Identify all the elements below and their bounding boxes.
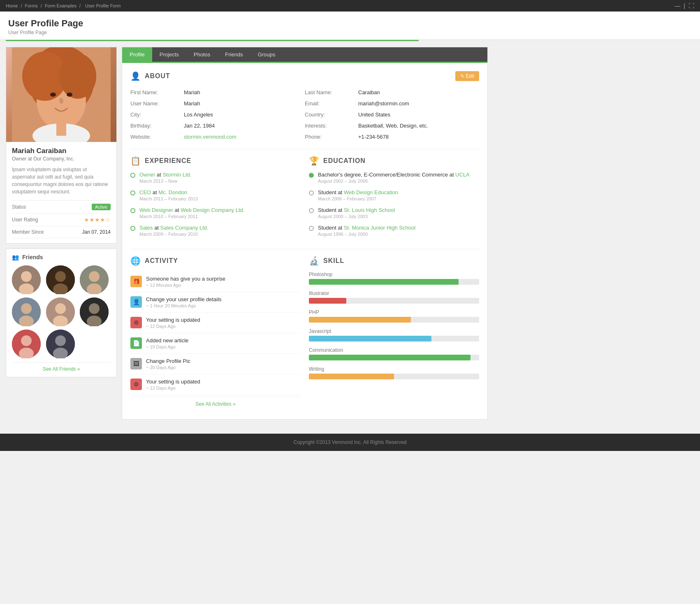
sidebar: Mariah Caraiban Owner at Our Company, In… [6, 47, 117, 420]
expand-icon[interactable]: ⛶ [688, 2, 694, 9]
education-section: 🏆 EDUCATION Bachelor's degree, E-Commerc… [309, 156, 479, 242]
friend-avatar-6[interactable] [80, 297, 109, 326]
exp-dot-3 [130, 208, 135, 213]
activity-item-4: 📄 Added new article ~ 19 Days Ago [130, 333, 301, 354]
activity-title: ACTIVITY [145, 257, 178, 265]
skill-illustrator: Illustrator [309, 290, 479, 304]
svg-point-6 [67, 93, 72, 97]
profile-info: Mariah Caraiban Owner at Our Company, In… [6, 142, 116, 243]
about-interests: Interests: Basketball, Web, Design, etc. [305, 120, 479, 131]
profile-image [6, 47, 116, 142]
see-all-activities[interactable]: See All Activities » [130, 397, 301, 411]
breadcrumb: Home / Forms / Form Examples / User Prof… [6, 3, 122, 8]
edu-title-4: Student at St. Monica Junior High School [318, 225, 415, 231]
about-email: Email: mariah@stormin.com [305, 98, 479, 109]
activity-icon-3: ⚙ [130, 317, 142, 328]
experience-header: 📋 EXPERIENCE [130, 156, 301, 166]
friend-avatar-5[interactable] [46, 297, 75, 326]
svg-point-23 [55, 303, 66, 314]
skill-php-bar-bg [309, 317, 479, 323]
breadcrumb-forms[interactable]: Forms [25, 3, 38, 8]
see-all-friends[interactable]: See All Friends » [12, 362, 111, 372]
tab-projects[interactable]: Projects [152, 47, 186, 62]
activity-text-1: Someone has give you a surprise [146, 276, 225, 282]
tab-friends[interactable]: Friends [218, 47, 250, 62]
skill-javascript-bar-bg [309, 336, 479, 341]
skill-photoshop: Photoshop [309, 272, 479, 285]
about-city: City: Los Angeles [130, 109, 305, 120]
friend-avatar-1[interactable] [12, 265, 41, 294]
activity-skills-section: 🌐 ACTIVITY 🎁 Someone has give you a surp… [130, 256, 479, 411]
skill-illustrator-bar-fill [309, 298, 346, 304]
experience-title: EXPERIENCE [145, 157, 191, 165]
activity-icon-6: ⚙ [130, 379, 142, 390]
svg-rect-9 [56, 123, 66, 136]
exp-date-2: March 2011 – February 2013 [139, 196, 198, 201]
tab-groups[interactable]: Groups [250, 47, 283, 62]
top-nav: Home / Forms / Form Examples / User Prof… [0, 0, 700, 12]
breadcrumb-home[interactable]: Home [6, 3, 18, 8]
skill-illustrator-bar-bg [309, 298, 479, 304]
svg-point-7 [59, 98, 63, 104]
education-icon: 🏆 [309, 156, 319, 166]
skill-photoshop-bar-bg [309, 279, 479, 285]
education-header: 🏆 EDUCATION [309, 156, 479, 166]
edu-title-1: Bachelor's degree, E-Commerce/Electronic… [318, 172, 470, 178]
interests-value: Basketball, Web, Design, etc. [358, 123, 479, 129]
country-value: United States [358, 112, 479, 118]
email-label: Email: [305, 100, 358, 107]
breadcrumb-form-examples[interactable]: Form Examples [45, 3, 76, 8]
about-grid: First Name: Mariah User Name: Mariah Cit… [130, 87, 479, 142]
edu-date-4: August 1996 – July 2000 [318, 232, 415, 237]
about-left: First Name: Mariah User Name: Mariah Cit… [130, 87, 305, 142]
content-body: 👤 ABOUT ✎ Edit First Name: Mariah User N… [122, 63, 487, 419]
friends-header: 👥 Friends [12, 254, 111, 260]
tab-photos[interactable]: Photos [186, 47, 218, 62]
profile-title: Owner at Our Company, Inc. [12, 156, 111, 162]
edu-date-1: August 2002 – July 2006 [318, 179, 470, 184]
skill-javascript-bar-fill [309, 336, 431, 341]
status-label: Status [12, 204, 26, 210]
member-since-label: Member Since [12, 229, 44, 235]
edu-dot-1 [309, 173, 314, 178]
activity-item-5: 🖼 Change Profile Pic ~ 20 Days Ago [130, 354, 301, 374]
exp-date-4: March 2009 – February 2010 [139, 232, 209, 237]
edu-date-2: March 2006 – February 2007 [318, 196, 398, 201]
skill-illustrator-label: Illustrator [309, 290, 479, 296]
activity-item-2: 👤 Change your user profile details ~ 1 H… [130, 292, 301, 313]
profile-bio: Ipsam voluptatem quia voluptas ut aspern… [12, 166, 111, 195]
svg-point-26 [89, 303, 100, 314]
edu-dot-2 [309, 190, 314, 195]
friend-avatar-3[interactable] [80, 265, 109, 294]
birthday-value: Jan 22, 1984 [184, 123, 305, 129]
activity-time-4: ~ 19 Days Ago [146, 344, 188, 349]
phone-label: Phone: [305, 134, 358, 140]
friend-avatar-2[interactable] [46, 265, 75, 294]
skills-section: 🔬 SKILL Photoshop Illustrator [309, 256, 479, 411]
about-title: ABOUT [145, 72, 170, 80]
profile-stats: Status Active User Rating ★★★★☆ Member S… [12, 200, 111, 238]
svg-point-11 [21, 271, 32, 282]
website-value: stormin.venmond.com [184, 134, 305, 140]
skill-communication-bar-fill [309, 355, 471, 360]
edu-title-2: Student at Web Design Education [318, 189, 398, 195]
member-since-value: Jan 07, 2014 [82, 229, 111, 235]
experience-icon: 📋 [130, 156, 141, 166]
tab-profile[interactable]: Profile [122, 47, 152, 62]
activity-text-4: Added new article [146, 337, 188, 344]
edu-item-2: Student at Web Design Education March 20… [309, 189, 479, 201]
friend-avatar-7[interactable] [12, 330, 41, 358]
minus-icon[interactable]: — [675, 2, 680, 9]
exp-date-1: March 2013 – Now [139, 179, 191, 184]
user-rating-row: User Rating ★★★★☆ [12, 214, 111, 226]
friend-avatar-8[interactable] [46, 330, 75, 358]
about-header: 👤 ABOUT ✎ Edit [130, 71, 479, 87]
username-label: User Name: [130, 100, 184, 107]
about-username: User Name: Mariah [130, 98, 305, 109]
website-label: Website: [130, 134, 184, 140]
tab-bar: Profile Projects Photos Friends Groups [122, 47, 487, 63]
user-rating-stars: ★★★★☆ [84, 216, 111, 223]
skill-php-bar-fill [309, 317, 411, 323]
edit-button[interactable]: ✎ Edit [455, 71, 479, 81]
friend-avatar-4[interactable] [12, 297, 41, 326]
